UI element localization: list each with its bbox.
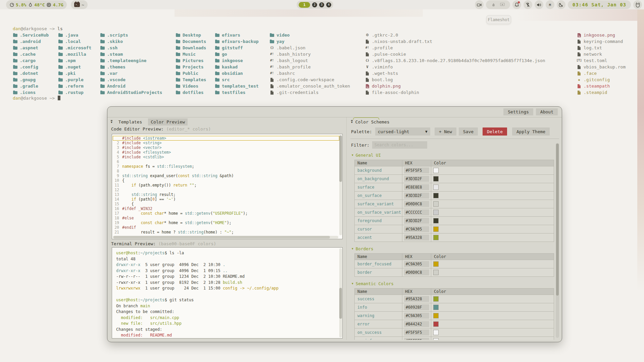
hex-value[interactable]: #B44242 [404,321,429,327]
terminal-vertical-scrollbar[interactable] [339,248,342,338]
terminal-preview[interactable]: user@host:~/projects$ ls -latotal 48drwx… [112,247,343,339]
section-title[interactable]: ▼Borders [350,246,559,251]
color-swatch[interactable] [433,235,439,240]
color-swatch[interactable] [433,168,439,173]
section-title[interactable]: ▼Semantic Colors [350,281,559,286]
folder-icon [58,78,63,82]
palette-select[interactable]: cursed-light ▼ [375,127,430,136]
file-entry: {}.v8flags.13.6.233.10-node.27.9180b4da3… [365,57,545,64]
hex-cell: #95A328 [402,234,431,242]
color-swatch[interactable] [433,261,439,267]
terminal-line: modified: README.md [116,332,342,339]
notifications-button[interactable] [512,0,521,9]
file-entry: inkgoose.png [577,32,626,38]
clock-pill[interactable]: 03:46 Sat, Jan 03 [568,0,631,9]
code-horizontal-scrollbar[interactable] [113,236,338,239]
system-stats-pill[interactable]: 5.8% 48°C 4.7G [6,0,67,9]
section-title[interactable]: ▼General UI [350,153,559,158]
hex-value[interactable]: #F5F5F5 [404,329,429,335]
collapse-schemes-icon[interactable]: ▼ [351,120,353,124]
color-swatch[interactable] [433,321,439,327]
color-swatch[interactable] [433,226,439,232]
night-light-button[interactable] [557,0,565,9]
folder-icon [13,84,18,88]
color-swatch[interactable] [433,176,439,182]
terminal-app-pill[interactable]: >_ ~ [71,0,88,9]
apply-theme-button[interactable]: Apply Theme [512,127,550,136]
git-icon: ◆ [577,76,582,83]
hex-value[interactable]: #E8E8E8 [404,184,429,190]
hex-value[interactable]: #95A328 [404,235,429,241]
brightness-button[interactable]: ☀ [546,0,554,9]
folder-icon [100,71,105,75]
workspace-2[interactable]: 2 [312,2,317,7]
hex-value[interactable]: #3D3D2F [404,193,429,199]
file-entry: .var [100,70,162,76]
hex-value[interactable]: #D0D0C8 [404,269,429,275]
hex-value[interactable]: #3D3D2F [404,218,429,224]
settings-button[interactable]: Settings [503,108,533,115]
color-schemes-header[interactable]: ▼ Color Schemes [350,119,559,124]
new-palette-button[interactable]: + New [435,127,456,136]
line-number: 14 [112,197,122,202]
color-name: border_focused [355,260,402,268]
collapse-templates-icon[interactable]: ▼ [111,120,112,124]
cpu-gauge-icon [9,2,14,7]
inactive-tray-pill[interactable] [486,0,510,9]
hex-value[interactable]: #3D3D2F [404,176,429,182]
volume-button[interactable] [535,0,543,9]
screen-record-button[interactable] [475,0,484,9]
terminal-app-label: ~ [82,2,84,7]
hex-value[interactable]: #D0D0C8 [404,201,429,207]
hex-value[interactable]: #F5F5F5 [404,167,429,173]
file-entry: .aspnet [13,45,49,51]
filter-input[interactable] [372,141,427,149]
color-swatch[interactable] [433,201,439,207]
hex-value[interactable]: #C9A305 [404,261,429,267]
bluetooth-button[interactable] [524,0,532,9]
hex-value[interactable]: #C9A305 [404,226,429,232]
folder-icon [13,78,18,82]
workspace-3[interactable]: 3 [319,2,324,7]
workspace-active[interactable]: 1 [299,2,310,8]
color-swatch[interactable] [433,270,439,275]
code-line: 16#ifdef _WIN32 [112,206,342,211]
hex-value[interactable]: #C9A305 [404,313,429,319]
terminal-line: Changes not staged: [116,327,342,333]
hex-value[interactable]: #95A328 [404,296,429,302]
memory-usage: 4.7G [53,2,63,7]
code-editor-preview[interactable]: #include <iostream>2#include <string>3#i… [112,134,343,239]
owl-icon [635,2,640,7]
color-swatch[interactable] [433,210,439,215]
color-swatch[interactable] [433,185,439,190]
tab-templates[interactable]: Templates [116,118,145,125]
about-button[interactable]: About [536,108,558,115]
color-table: NameHEXColorbackground#F5F5F5on_backgrou… [354,160,554,242]
workspace-4[interactable]: 4 [326,2,331,7]
json-icon: {} [365,57,370,64]
hex-value[interactable]: #CCCCCC [404,209,429,215]
color-row: accent#95A328 [355,234,554,242]
color-swatch[interactable] [433,313,439,318]
hex-value[interactable]: #60928F [404,304,429,310]
code-text: result = home ? std::string(home) : "~"; [122,230,234,235]
owl-menu-button[interactable] [633,0,642,9]
color-swatch[interactable] [433,305,439,310]
line-number: 12 [112,188,122,192]
hex-cell: #3D3D2F [402,175,431,183]
color-swatch[interactable] [433,338,439,340]
chevron-down-icon: ▼ [425,130,428,134]
color-swatch[interactable] [433,218,439,223]
file-name: Android [107,83,126,89]
color-swatch[interactable] [433,296,439,302]
code-vertical-scrollbar[interactable] [339,135,342,235]
hex-value[interactable]: #F5F5F5 [404,338,429,340]
delete-palette-button[interactable]: Delete [483,127,507,136]
color-swatch[interactable] [433,193,439,198]
color-table: NameHEXColorsuccess#95A328info#60928Fwar… [354,288,554,340]
tab-color-preview[interactable]: Color Preview [148,118,188,125]
schemes-scrollbar[interactable] [556,143,559,338]
save-palette-button[interactable]: Save [459,127,478,136]
folder-icon [58,65,63,69]
color-swatch[interactable] [433,330,439,335]
